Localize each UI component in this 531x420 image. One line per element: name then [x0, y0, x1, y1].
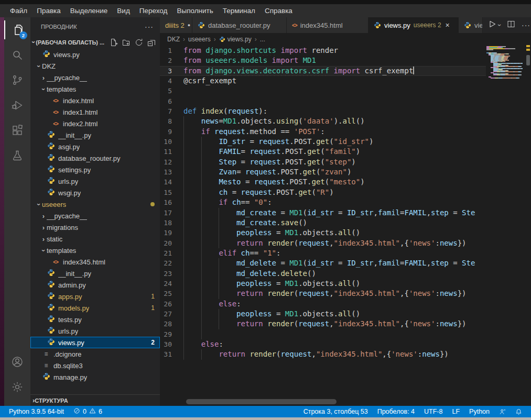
code-line-16[interactable]: 16if ch== "0":	[160, 197, 486, 207]
tree-item-index-html[interactable]: <>index.html	[30, 95, 160, 106]
code-line-1[interactable]: 1from django.shortcuts import render	[160, 46, 486, 56]
code-line-4[interactable]: 4@csrf_exempt	[160, 76, 486, 86]
code-line-14[interactable]: 14Mesto = request.POST.get("mesto")	[160, 177, 486, 187]
indentation-setting[interactable]: Пробелов: 4	[373, 406, 419, 417]
tree-item-index345-html[interactable]: <>index345.html	[30, 256, 160, 268]
outline-section-header[interactable]: › СТРУКТУРА	[30, 394, 160, 406]
settings-gear-icon[interactable]	[4, 374, 30, 400]
run-dropdown-chevron-icon[interactable]: ›	[496, 24, 503, 26]
horizontal-scrollbar[interactable]	[186, 399, 337, 404]
close-icon[interactable]: ×	[446, 21, 450, 29]
minimap[interactable]	[486, 46, 526, 109]
views-and-more-actions-button[interactable]: ···	[145, 23, 154, 31]
menu-item-файл[interactable]: Файл	[5, 6, 32, 16]
menu-item-правка[interactable]: Правка	[32, 6, 66, 16]
tree-item-init-py[interactable]: __init__.py	[30, 129, 160, 141]
breadcrumb-item-views-py[interactable]: views.py	[219, 36, 252, 43]
code-line-12[interactable]: 12Step = request.POST.get("step")	[160, 157, 486, 167]
code-line-20[interactable]: 20return render(request,"index345.html",…	[160, 238, 486, 248]
tree-item-manage-py[interactable]: manage.py	[30, 371, 160, 383]
tree-item-pycache[interactable]: ›__pycache__	[30, 210, 160, 222]
menu-item-переход[interactable]: Переход	[135, 6, 172, 16]
source-control-icon[interactable]	[4, 68, 30, 93]
tab-database-roouter-py[interactable]: database_roouter.py	[192, 17, 287, 33]
tree-item-index2-html[interactable]: <>index2.html	[30, 118, 160, 129]
code-line-31[interactable]: 31return render(request,"index345.html",…	[160, 349, 486, 359]
tree-item-urls-py[interactable]: urls.py	[30, 325, 160, 337]
code-line-22[interactable]: 22md_delete = MD1(id_str = ID_str,famil=…	[160, 258, 486, 268]
refresh-icon[interactable]	[135, 38, 143, 47]
tree-item-models-py[interactable]: models.py1	[30, 302, 160, 314]
tree-item-views-py[interactable]: views.py	[30, 49, 160, 60]
problems-indicator[interactable]: 0 6	[69, 406, 107, 417]
code-line-18[interactable]: 18md_create.save()	[160, 218, 486, 228]
testing-icon[interactable]	[4, 143, 30, 168]
extensions-icon[interactable]	[4, 118, 30, 143]
notifications-bell-icon[interactable]	[511, 406, 527, 417]
tree-item-static[interactable]: ›static	[30, 233, 160, 245]
tree-item-migrations[interactable]: ›migrations	[30, 222, 160, 233]
code-line-3[interactable]: 3from django.views.decorators.csrf impor…	[160, 66, 486, 76]
code-line-11[interactable]: 11FAMIL= request.POST.get("famil")	[160, 147, 486, 157]
tree-item-urls-py[interactable]: urls.py	[30, 175, 160, 187]
breadcrumb-item-[interactable]: ...	[260, 36, 265, 43]
code-line-21[interactable]: 21elif ch== "1":	[160, 248, 486, 258]
breadcrumb-item-useeers[interactable]: useeers	[188, 36, 211, 43]
tree-item-templates[interactable]: ›templates	[30, 245, 160, 256]
new-folder-icon[interactable]	[122, 38, 131, 47]
code-editor[interactable]: 1from django.shortcuts import render2fro…	[160, 46, 486, 400]
tree-item-db-sqlite3[interactable]: ≡db.sqlite3	[30, 360, 160, 371]
account-icon[interactable]	[4, 349, 30, 374]
explorer-icon[interactable]: 2	[4, 17, 30, 42]
feedback-icon[interactable]	[494, 406, 511, 417]
code-line-8[interactable]: 8news=MD1.objects.using('daata').all()	[160, 116, 486, 126]
tree-item-useeers[interactable]: ›useeers	[30, 198, 160, 210]
tab-diiits-2[interactable]: diiits 2●	[160, 17, 192, 33]
menu-item-вид[interactable]: Вид	[112, 6, 134, 16]
code-line-25[interactable]: 25return render(request,"index345.html",…	[160, 289, 486, 299]
code-line-27[interactable]: 27peopless = MD1.objects.all()	[160, 309, 486, 319]
code-line-6[interactable]: 6	[160, 96, 486, 106]
cursor-position[interactable]: Строка 3, столбец 53	[299, 406, 373, 417]
tree-item-views-py[interactable]: views.py2	[30, 337, 160, 348]
tab-views-py[interactable]: views.pyuseeers 2×	[369, 17, 459, 33]
code-line-29[interactable]: 29	[160, 329, 486, 339]
search-icon[interactable]	[4, 42, 30, 68]
split-editor-icon[interactable]	[507, 20, 515, 30]
tree-item-admin-py[interactable]: admin.py	[30, 279, 160, 291]
encoding-setting[interactable]: UTF-8	[419, 406, 447, 417]
code-line-24[interactable]: 24peopless = MD1.objects.all()	[160, 279, 486, 289]
tree-item-apps-py[interactable]: apps.py1	[30, 291, 160, 302]
menu-item-выделение[interactable]: Выделение	[66, 6, 113, 16]
tree-item-init-py[interactable]: __init__.py	[30, 268, 160, 279]
python-interpreter-selector[interactable]: Python 3.9.5 64-bit	[4, 406, 69, 417]
language-mode[interactable]: Python	[464, 406, 494, 417]
code-line-17[interactable]: 17md_create = MD1(id_str = ID_str,famil=…	[160, 208, 486, 218]
breadcrumb-item-dkz[interactable]: DKZ	[167, 36, 180, 43]
tree-item-dcignore[interactable]: ≡.dcignore	[30, 348, 160, 360]
tree-item-wsgi-py[interactable]: wsgi.py	[30, 187, 160, 198]
tree-item-asgi-py[interactable]: asgi.py	[30, 141, 160, 152]
tree-item-index1-html[interactable]: <>index1.html	[30, 106, 160, 118]
code-line-13[interactable]: 13Zvan= request.POST.get("zvan")	[160, 167, 486, 177]
tree-item-database-roouter-py[interactable]: database_roouter.py	[30, 152, 160, 164]
tab-vie[interactable]: vie	[459, 17, 483, 33]
tab-index345-html[interactable]: <>index345.html	[287, 17, 369, 33]
eol-setting[interactable]: LF	[447, 406, 464, 417]
run-debug-icon[interactable]	[4, 93, 30, 118]
code-line-26[interactable]: 26else:	[160, 299, 486, 309]
tree-item-pycache[interactable]: ›__pycache__	[30, 72, 160, 83]
menu-item-терминал[interactable]: Терминал	[218, 6, 260, 16]
code-line-23[interactable]: 23md_delete.delete()	[160, 269, 486, 279]
more-actions-icon[interactable]: ···	[522, 21, 530, 29]
code-line-28[interactable]: 28return render(request,"index345.html",…	[160, 319, 486, 329]
menu-item-справка[interactable]: Справка	[260, 6, 297, 16]
tree-item-dkz[interactable]: ›DKZ	[30, 60, 160, 72]
menu-item-выполнить[interactable]: Выполнить	[172, 6, 218, 16]
new-file-icon[interactable]	[110, 38, 118, 47]
code-line-7[interactable]: 7def index(request):	[160, 106, 486, 116]
run-python-file-button[interactable]	[488, 20, 496, 30]
code-line-5[interactable]: 5	[160, 86, 486, 96]
tree-item-tests-py[interactable]: tests.py	[30, 314, 160, 325]
code-line-19[interactable]: 19peopless = MD1.objects.all()	[160, 228, 486, 238]
